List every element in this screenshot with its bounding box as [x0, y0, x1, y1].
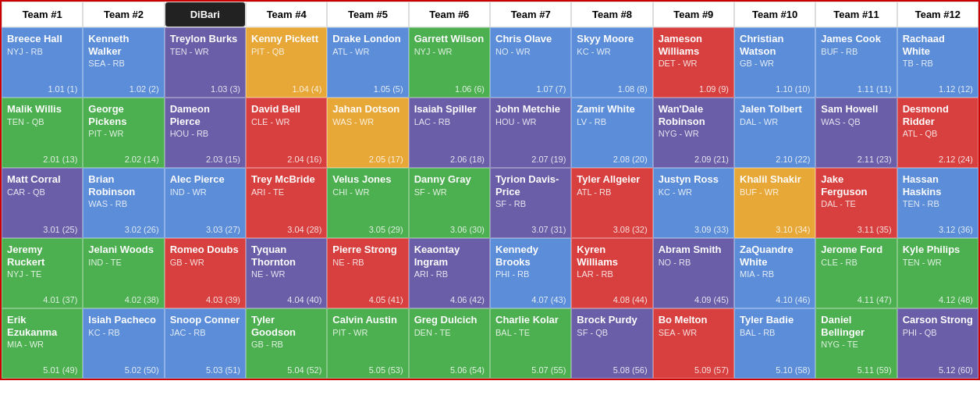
pick-number: 1.06 (6): [414, 84, 485, 94]
pick-name: Skyy Moore: [577, 33, 647, 45]
pick-number: 3.09 (33): [659, 225, 729, 234]
pick-cell-r1-p10: Christian WatsonGB - WR1.10 (10): [734, 27, 815, 98]
pick-cell-r1-p5: Drake LondonATL - WR1.05 (5): [327, 27, 408, 98]
pick-cell-r5-p3: Snoop ConnerJAC - RB5.03 (51): [165, 308, 246, 379]
pick-cell-r3-p3: Alec PierceIND - WR3.03 (27): [165, 168, 246, 238]
pick-cell-r2-p2: George PickensPIT - WR2.02 (14): [83, 98, 164, 168]
pick-name: Daniel Bellinger: [821, 314, 891, 338]
pick-number: 3.11 (35): [821, 225, 891, 234]
pick-team-pos: BUF - WR: [740, 187, 810, 197]
pick-number: 2.09 (21): [659, 155, 729, 164]
pick-cell-r4-p11: Jerome FordCLE - RB4.11 (47): [815, 238, 897, 308]
pick-number: 2.11 (23): [821, 155, 891, 164]
pick-name: Charlie Kolar: [495, 314, 566, 326]
pick-cell-r5-p5: Calvin AustinPIT - WR5.05 (53): [327, 308, 408, 379]
pick-cell-r1-p4: Kenny PickettPIT - QB1.04 (4): [246, 27, 327, 98]
pick-name: Alec Pierce: [170, 173, 240, 186]
pick-cell-r2-p12: Desmond RidderATL - QB2.12 (24): [897, 98, 978, 168]
pick-name: Tyler Allgeier: [577, 173, 647, 186]
pick-name: Dameon Pierce: [170, 103, 240, 127]
pick-name: Jake Ferguson: [821, 173, 891, 198]
team-header-7[interactable]: Team #7: [490, 2, 571, 27]
pick-team-pos: WAS - QB: [821, 117, 891, 126]
round-row-3: Matt CorralCAR - QB3.01 (25)Brian Robins…: [2, 168, 978, 238]
pick-team-pos: DEN - TE: [414, 328, 485, 337]
pick-number: 3.01 (25): [7, 225, 77, 234]
pick-team-pos: HOU - WR: [495, 117, 566, 126]
pick-team-pos: CLE - WR: [251, 117, 321, 126]
pick-name: Zamir White: [577, 103, 647, 116]
pick-name: James Cook: [821, 33, 891, 45]
pick-name: George Pickens: [88, 103, 158, 127]
pick-name: Treylon Burks: [170, 33, 240, 45]
pick-team-pos: DAL - WR: [740, 117, 810, 126]
team-header-11[interactable]: Team #11: [815, 2, 897, 27]
pick-cell-r1-p6: Garrett WilsonNYJ - WR1.06 (6): [409, 27, 490, 98]
pick-number: 2.04 (16): [251, 155, 321, 164]
pick-cell-r1-p8: Skyy MooreKC - WR1.08 (8): [571, 27, 652, 98]
pick-team-pos: LV - RB: [577, 117, 647, 126]
pick-number: 3.08 (32): [577, 225, 647, 234]
team-header-12[interactable]: Team #12: [897, 2, 978, 27]
round-row-1: Breece HallNYJ - RB1.01 (1)Kenneth Walke…: [2, 27, 978, 98]
draft-board: Team #1Team #2DiBariTeam #4Team #5Team #…: [0, 0, 980, 380]
pick-team-pos: CAR - QB: [7, 187, 77, 197]
pick-number: 1.05 (5): [332, 84, 403, 94]
team-header-8[interactable]: Team #8: [571, 2, 652, 27]
pick-name: Jalen Tolbert: [740, 103, 810, 116]
pick-number: 5.04 (52): [251, 365, 321, 375]
pick-name: Keaontay Ingram: [414, 244, 485, 268]
pick-number: 4.11 (47): [821, 295, 891, 304]
pick-team-pos: JAC - RB: [170, 328, 240, 337]
pick-team-pos: TEN - QB: [7, 117, 77, 126]
pick-number: 3.10 (34): [740, 225, 810, 234]
pick-team-pos: NO - WR: [495, 47, 566, 56]
pick-cell-r3-p1: Matt CorralCAR - QB3.01 (25): [2, 168, 83, 238]
pick-number: 1.04 (4): [251, 84, 321, 94]
pick-number: 3.03 (27): [170, 225, 240, 234]
pick-number: 4.07 (43): [495, 295, 566, 304]
pick-number: 4.01 (37): [7, 295, 77, 304]
pick-team-pos: PIT - WR: [88, 129, 158, 138]
pick-cell-r5-p4: Tyler GoodsonGB - RB5.04 (52): [246, 308, 327, 379]
pick-team-pos: SF - RB: [495, 199, 566, 208]
pick-number: 4.03 (39): [170, 295, 240, 304]
pick-cell-r5-p12: Carson StrongPHI - QB5.12 (60): [897, 308, 978, 379]
pick-cell-r4-p7: Kennedy BrooksPHI - RB4.07 (43): [490, 238, 571, 308]
pick-cell-r3-p10: Khalil ShakirBUF - WR3.10 (34): [734, 168, 815, 238]
team-header-10[interactable]: Team #10: [734, 2, 815, 27]
pick-team-pos: TB - RB: [903, 59, 973, 68]
pick-team-pos: CLE - RB: [821, 258, 891, 267]
team-header-4[interactable]: Team #4: [246, 2, 327, 27]
pick-number: 4.12 (48): [903, 295, 973, 304]
pick-name: Khalil Shakir: [740, 173, 810, 186]
pick-number: 1.11 (11): [821, 84, 891, 94]
team-header-9[interactable]: Team #9: [653, 2, 734, 27]
pick-cell-r3-p8: Tyler AllgeierATL - RB3.08 (32): [571, 168, 652, 238]
pick-team-pos: KC - RB: [88, 328, 158, 337]
pick-name: Tyquan Thornton: [251, 244, 321, 268]
pick-number: 1.09 (9): [659, 84, 729, 94]
pick-cell-r5-p6: Greg DulcichDEN - TE5.06 (54): [409, 308, 490, 379]
team-header-6[interactable]: Team #6: [409, 2, 490, 27]
pick-number: 3.07 (31): [495, 225, 566, 234]
team-header-3[interactable]: DiBari: [165, 2, 246, 27]
pick-name: Abram Smith: [659, 244, 729, 256]
pick-number: 5.01 (49): [7, 365, 77, 375]
team-header-2[interactable]: Team #2: [83, 2, 164, 27]
team-header-1[interactable]: Team #1: [2, 2, 83, 27]
pick-name: Jerome Ford: [821, 244, 891, 256]
pick-cell-r2-p7: John MetchieHOU - WR2.07 (19): [490, 98, 571, 168]
pick-team-pos: PHI - RB: [495, 269, 566, 279]
pick-team-pos: KC - WR: [577, 47, 647, 56]
pick-cell-r3-p11: Jake FergusonDAL - TE3.11 (35): [815, 168, 897, 238]
pick-team-pos: DET - WR: [659, 59, 729, 68]
team-header-5[interactable]: Team #5: [327, 2, 408, 27]
pick-name: Brock Purdy: [577, 314, 647, 326]
pick-number: 4.08 (44): [577, 295, 647, 304]
pick-team-pos: BAL - RB: [740, 328, 810, 337]
pick-team-pos: GB - WR: [170, 258, 240, 267]
pick-cell-r2-p1: Malik WillisTEN - QB2.01 (13): [2, 98, 83, 168]
pick-team-pos: TEN - WR: [170, 47, 240, 56]
pick-number: 2.07 (19): [495, 155, 566, 164]
